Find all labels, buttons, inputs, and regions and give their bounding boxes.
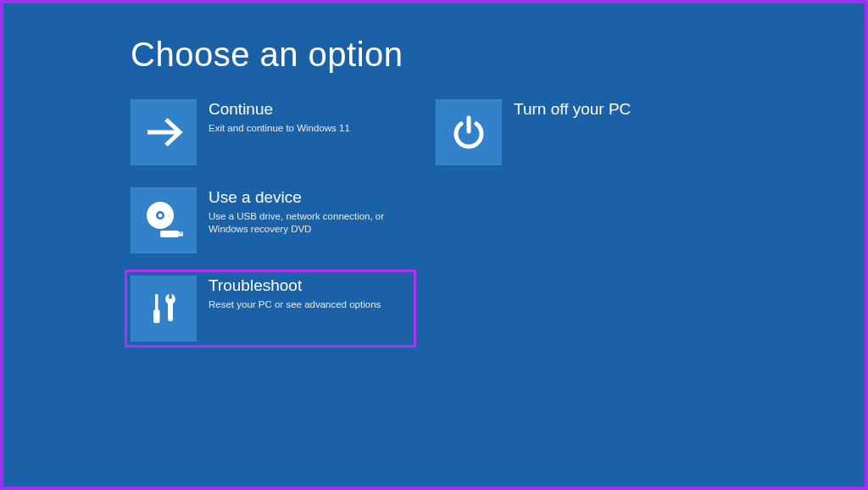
continue-tile[interactable]: Continue Exit and continue to Windows 11 xyxy=(131,99,410,165)
use-device-text: Use a device Use a USB drive, network co… xyxy=(209,187,395,237)
power-icon xyxy=(436,99,502,165)
turn-off-title: Turn off your PC xyxy=(514,101,631,119)
use-device-desc: Use a USB drive, network connection, or … xyxy=(209,210,395,237)
svg-rect-4 xyxy=(160,231,179,237)
disc-usb-icon xyxy=(131,187,197,253)
svg-rect-9 xyxy=(153,309,160,323)
troubleshoot-desc: Reset your PC or see advanced options xyxy=(209,298,381,312)
page-title: Choose an option xyxy=(131,36,865,74)
recovery-options-screen: Choose an option Continue Exit and conti… xyxy=(3,3,865,342)
options-grid: Continue Exit and continue to Windows 11 xyxy=(131,99,865,342)
continue-desc: Exit and continue to Windows 11 xyxy=(209,122,350,136)
troubleshoot-tile[interactable]: Troubleshoot Reset your PC or see advanc… xyxy=(125,270,416,348)
svg-point-3 xyxy=(159,214,163,218)
turn-off-text: Turn off your PC xyxy=(514,99,631,122)
continue-text: Continue Exit and continue to Windows 11 xyxy=(209,99,350,135)
arrow-right-icon xyxy=(131,99,197,165)
use-device-title: Use a device xyxy=(209,189,395,207)
svg-rect-11 xyxy=(169,292,171,299)
svg-rect-6 xyxy=(180,233,181,234)
svg-rect-5 xyxy=(179,232,183,237)
troubleshoot-title: Troubleshoot xyxy=(209,277,381,295)
options-column-left: Continue Exit and continue to Windows 11 xyxy=(131,99,410,342)
continue-title: Continue xyxy=(209,101,350,119)
svg-rect-8 xyxy=(155,294,159,309)
troubleshoot-text: Troubleshoot Reset your PC or see advanc… xyxy=(209,276,381,311)
svg-rect-12 xyxy=(168,302,173,320)
options-column-right: Turn off your PC xyxy=(436,99,715,342)
svg-rect-7 xyxy=(181,233,182,234)
use-device-tile[interactable]: Use a device Use a USB drive, network co… xyxy=(131,187,410,253)
turn-off-tile[interactable]: Turn off your PC xyxy=(436,99,715,165)
tools-icon xyxy=(131,276,197,342)
